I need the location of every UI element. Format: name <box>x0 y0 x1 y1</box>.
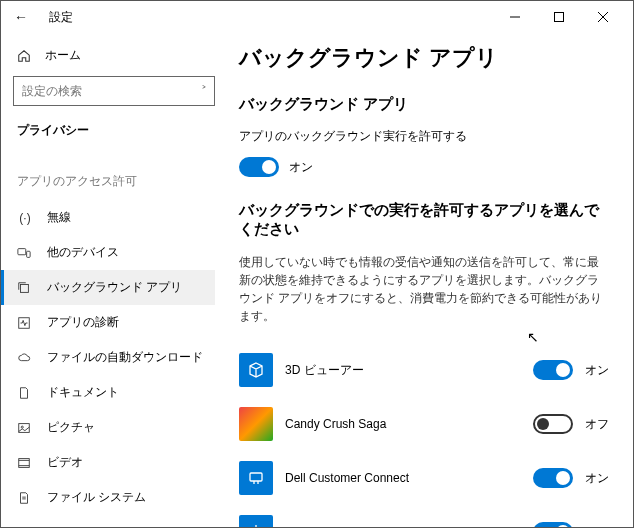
privacy-heading[interactable]: プライバシー <box>13 116 215 145</box>
app-toggle[interactable] <box>533 414 573 434</box>
sidebar-item-auto-download[interactable]: ファイルの自動ダウンロード <box>1 340 215 375</box>
app-toggle-label: オン <box>585 362 609 379</box>
svg-rect-1 <box>555 13 564 22</box>
app-toggle-label: オフ <box>585 416 609 433</box>
minimize-button[interactable] <box>493 1 537 33</box>
background-apps-icon <box>17 281 33 295</box>
close-button[interactable] <box>581 1 625 33</box>
sidebar-item-label: ピクチャ <box>47 419 95 436</box>
sidebar-item-label: ファイル システム <box>47 489 146 506</box>
app-name: Dell Customer Connect <box>285 471 521 485</box>
app-row: Dell Digital Delivery オン <box>239 505 609 527</box>
video-icon <box>17 456 33 470</box>
app-icon-candy-crush <box>239 407 273 441</box>
app-toggle-label: オン <box>585 470 609 487</box>
sidebar-item-label: バックグラウンド アプリ <box>47 279 182 296</box>
app-toggle-label: オン <box>585 524 609 528</box>
master-toggle[interactable] <box>239 157 279 177</box>
sidebar-item-background-apps[interactable]: バックグラウンド アプリ <box>1 270 215 305</box>
svg-rect-5 <box>27 251 31 257</box>
svg-rect-15 <box>250 473 262 481</box>
app-icon-dell-customer-connect <box>239 461 273 495</box>
svg-point-9 <box>21 426 23 428</box>
maximize-button[interactable] <box>537 1 581 33</box>
titlebar: ← 設定 <box>1 1 633 33</box>
app-name: Dell Digital Delivery <box>285 525 521 527</box>
sidebar-item-label: ビデオ <box>47 454 83 471</box>
app-toggle[interactable] <box>533 360 573 380</box>
section-heading: バックグラウンドでの実行を許可するアプリを選んでください <box>239 201 609 239</box>
sidebar-item-label: ドキュメント <box>47 384 119 401</box>
master-description: アプリのバックグラウンド実行を許可する <box>239 128 609 145</box>
master-toggle-label: オン <box>289 159 313 176</box>
app-name: 3D ビューアー <box>285 362 521 379</box>
sidebar-item-pictures[interactable]: ピクチャ <box>1 410 215 445</box>
sidebar-item-label: 他のデバイス <box>47 244 119 261</box>
minimize-icon <box>510 12 520 22</box>
sidebar-item-label: 無線 <box>47 209 71 226</box>
app-toggle[interactable] <box>533 468 573 488</box>
app-row: Candy Crush Saga オフ <box>239 397 609 451</box>
sidebar: ホーム ˃ プライバシー アプリのアクセス許可 (·) 無線 他のデバイス バッ… <box>1 33 231 527</box>
diagnostics-icon <box>17 316 33 330</box>
devices-icon <box>17 246 33 260</box>
section-title: アプリのアクセス許可 <box>13 169 215 200</box>
app-toggle[interactable] <box>533 522 573 527</box>
back-button[interactable]: ← <box>9 9 33 25</box>
maximize-icon <box>554 12 564 22</box>
window-title: 設定 <box>49 9 73 26</box>
svg-rect-6 <box>21 284 29 292</box>
home-icon <box>17 49 31 63</box>
help-text: 使用していない時でも情報の受信や通知の送信を許可して、常に最新の状態を維持できる… <box>239 253 609 325</box>
sidebar-item-videos[interactable]: ビデオ <box>1 445 215 480</box>
app-row: Dell Customer Connect オン <box>239 451 609 505</box>
sidebar-item-app-diagnostics[interactable]: アプリの診断 <box>1 305 215 340</box>
home-label: ホーム <box>45 47 81 64</box>
home-link[interactable]: ホーム <box>13 41 215 70</box>
sidebar-item-label: アプリの診断 <box>47 314 119 331</box>
search-box[interactable]: ˃ <box>13 76 215 106</box>
picture-icon <box>17 421 33 435</box>
svg-rect-4 <box>18 248 26 254</box>
cloud-icon <box>17 351 33 365</box>
filesystem-icon <box>17 491 33 505</box>
radio-icon: (·) <box>17 211 33 225</box>
app-name: Candy Crush Saga <box>285 417 521 431</box>
app-row: 3D ビューアー オン <box>239 343 609 397</box>
close-icon <box>598 12 608 22</box>
sidebar-item-other-devices[interactable]: 他のデバイス <box>1 235 215 270</box>
sidebar-item-filesystem[interactable]: ファイル システム <box>1 480 215 515</box>
content: バックグラウンド アプリ バックグラウンド アプリ アプリのバックグラウンド実行… <box>231 33 633 527</box>
sidebar-item-label: ファイルの自動ダウンロード <box>47 349 203 366</box>
sidebar-item-documents[interactable]: ドキュメント <box>1 375 215 410</box>
sidebar-item-radio[interactable]: (·) 無線 <box>1 200 215 235</box>
search-input[interactable] <box>13 76 215 106</box>
app-icon-3d-viewer <box>239 353 273 387</box>
document-icon <box>17 386 33 400</box>
page-title: バックグラウンド アプリ <box>239 43 609 73</box>
section-heading: バックグラウンド アプリ <box>239 95 609 114</box>
app-icon-dell-digital-delivery <box>239 515 273 527</box>
